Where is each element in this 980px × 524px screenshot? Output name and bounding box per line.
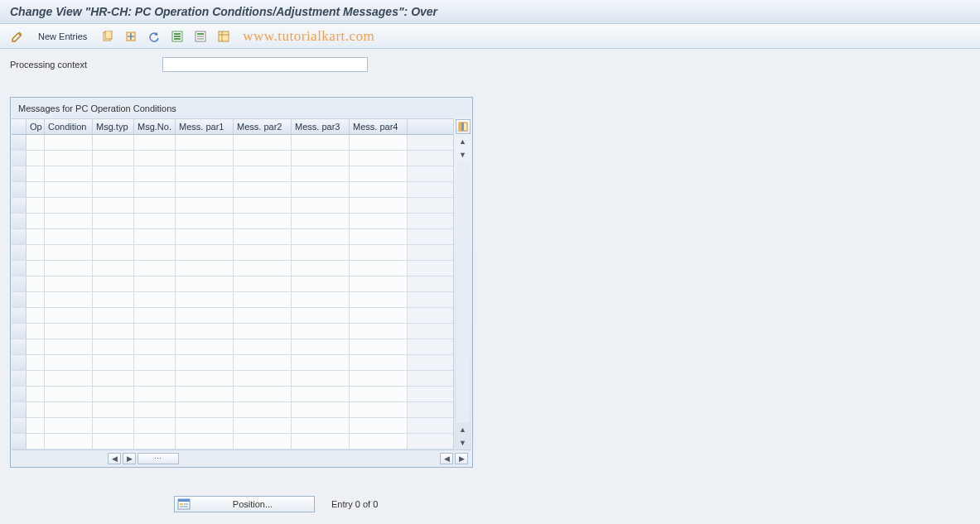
grid-cell[interactable] (350, 402, 408, 417)
grid-cell[interactable] (176, 355, 234, 370)
table-config-icon[interactable] (456, 119, 471, 134)
grid-cell[interactable] (27, 214, 45, 228)
undo-icon[interactable] (145, 28, 163, 45)
grid-cell[interactable] (176, 276, 234, 291)
grid-cell[interactable] (350, 229, 408, 244)
grid-cell[interactable] (134, 135, 176, 150)
table-row[interactable] (12, 166, 453, 182)
grid-cell[interactable] (93, 308, 134, 323)
row-handle-header[interactable] (12, 119, 27, 134)
col-header-par2[interactable]: Mess. par2 (234, 119, 292, 134)
grid-cell[interactable] (350, 245, 408, 260)
table-row[interactable] (12, 339, 453, 355)
grid-cell[interactable] (292, 324, 350, 339)
row-handle[interactable] (12, 261, 27, 276)
grid-cell[interactable] (292, 214, 350, 228)
row-handle[interactable] (12, 276, 27, 291)
grid-cell[interactable] (234, 418, 292, 433)
scroll-up-icon[interactable]: ▲ (456, 136, 470, 147)
table-row[interactable] (12, 308, 453, 324)
grid-cell[interactable] (45, 355, 93, 370)
grid-cell[interactable] (292, 387, 350, 401)
grid-cell[interactable] (176, 387, 234, 401)
grid-cell[interactable] (176, 151, 234, 166)
table-row[interactable] (12, 245, 453, 261)
grid-cell[interactable] (93, 182, 134, 197)
grid-cell[interactable] (350, 135, 408, 150)
grid-cell[interactable] (176, 418, 234, 433)
grid-cell[interactable] (176, 434, 234, 449)
grid-cell[interactable] (234, 198, 292, 213)
grid-cell[interactable] (350, 418, 408, 433)
row-handle[interactable] (12, 371, 27, 386)
row-handle[interactable] (12, 151, 27, 166)
row-handle[interactable] (12, 355, 27, 370)
grid-cell[interactable] (234, 402, 292, 417)
grid-cell[interactable] (134, 324, 176, 339)
grid-cell[interactable] (350, 261, 408, 276)
grid-cell[interactable] (45, 324, 93, 339)
grid-cell[interactable] (234, 182, 292, 197)
grid-cell[interactable] (350, 276, 408, 291)
grid-cell[interactable] (350, 339, 408, 354)
grid-cell[interactable] (292, 151, 350, 166)
grid-cell[interactable] (134, 371, 176, 386)
grid-cell[interactable] (350, 308, 408, 323)
table-row[interactable] (12, 261, 453, 276)
grid-cell[interactable] (45, 135, 93, 150)
grid-cell[interactable] (292, 434, 350, 449)
row-handle[interactable] (12, 418, 27, 433)
grid-cell[interactable] (134, 245, 176, 260)
grid-cell[interactable] (350, 355, 408, 370)
grid-cell[interactable] (134, 229, 176, 244)
grid-cell[interactable] (27, 402, 45, 417)
delete-icon[interactable] (122, 28, 140, 45)
grid-cell[interactable] (292, 198, 350, 213)
grid-cell[interactable] (176, 402, 234, 417)
grid-cell[interactable] (234, 324, 292, 339)
grid-cell[interactable] (234, 434, 292, 449)
scroll-down-icon[interactable]: ▼ (456, 149, 470, 161)
grid-cell[interactable] (350, 151, 408, 166)
grid-cell[interactable] (27, 276, 45, 291)
grid-cell[interactable] (234, 292, 292, 307)
row-handle[interactable] (12, 198, 27, 213)
grid-cell[interactable] (93, 292, 134, 307)
table-row[interactable] (12, 135, 453, 151)
grid-cell[interactable] (350, 324, 408, 339)
grid-cell[interactable] (45, 434, 93, 449)
grid-cell[interactable] (176, 339, 234, 354)
grid-cell[interactable] (27, 166, 45, 181)
grid-cell[interactable] (234, 371, 292, 386)
grid-cell[interactable] (292, 166, 350, 181)
table-row[interactable] (12, 214, 453, 229)
grid-cell[interactable] (134, 292, 176, 307)
grid-cell[interactable] (234, 261, 292, 276)
select-all-icon[interactable] (168, 28, 186, 45)
grid-cell[interactable] (134, 166, 176, 181)
grid-cell[interactable] (176, 166, 234, 181)
grid-cell[interactable] (292, 182, 350, 197)
grid-cell[interactable] (27, 324, 45, 339)
grid-cell[interactable] (176, 229, 234, 244)
grid-cell[interactable] (45, 151, 93, 166)
grid-cell[interactable] (350, 387, 408, 401)
grid-cell[interactable] (45, 214, 93, 228)
grid-cell[interactable] (292, 135, 350, 150)
col-header-msgtyp[interactable]: Msg.typ (93, 119, 134, 134)
grid-cell[interactable] (45, 308, 93, 323)
processing-context-input[interactable] (162, 57, 368, 72)
hscroll-right-icon[interactable]: ▶ (123, 453, 136, 464)
grid-cell[interactable] (234, 166, 292, 181)
grid-cell[interactable] (93, 151, 134, 166)
table-row[interactable] (12, 371, 453, 387)
grid-cell[interactable] (350, 182, 408, 197)
hscroll-more-button[interactable]: ⋯ (138, 453, 179, 464)
grid-cell[interactable] (176, 371, 234, 386)
grid-cell[interactable] (350, 214, 408, 228)
grid-cell[interactable] (292, 308, 350, 323)
grid-cell[interactable] (234, 245, 292, 260)
col-header-par3[interactable]: Mess. par3 (292, 119, 350, 134)
grid-cell[interactable] (45, 418, 93, 433)
grid-cell[interactable] (27, 245, 45, 260)
